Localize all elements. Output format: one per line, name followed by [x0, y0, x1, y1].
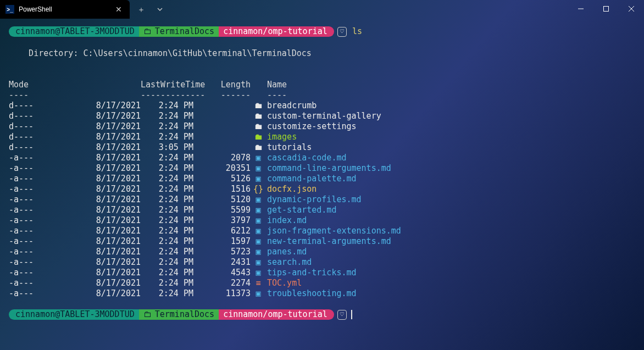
cell-date: 8/17/2021	[79, 101, 141, 111]
cell-date: 8/17/2021	[79, 236, 141, 247]
cell-name: new-terminal-arguments.md	[264, 236, 391, 247]
cell-mode: -a---	[9, 195, 79, 205]
prompt-user-host: cinnamon@TABLET-3MODDTUD	[9, 309, 139, 320]
file-icon: {}	[251, 184, 264, 195]
file-icon: ▣	[251, 153, 264, 163]
tab-actions: ＋	[130, 0, 168, 19]
file-icon: ▣	[251, 163, 264, 174]
minimize-button[interactable]	[568, 0, 593, 18]
cell-date: 8/17/2021	[79, 257, 141, 268]
window-controls	[568, 0, 644, 18]
cell-date: 8/17/2021	[79, 195, 141, 205]
cell-name: get-started.md	[264, 205, 336, 215]
cell-mode: -a---	[9, 268, 79, 278]
cell-time: 2:24 PM	[141, 205, 193, 215]
prompt-folder: 🗀TerminalDocs	[139, 26, 219, 37]
file-icon: ▣	[251, 268, 264, 278]
prompt-folder-label: TerminalDocs	[155, 309, 214, 320]
file-icon: 🖿	[251, 121, 264, 132]
prompt-folder-label: TerminalDocs	[155, 26, 214, 37]
listing-row: -a---8/17/20212:24 PM2078▣cascadia-code.…	[9, 153, 635, 163]
prompt-folder: 🗀TerminalDocs	[139, 309, 219, 320]
prompt-branch: cinnamon/omp-tutorial	[219, 26, 334, 37]
rule-lastwrite: -------------	[141, 90, 193, 101]
cell-date: 8/17/2021	[79, 132, 141, 142]
cell-length: 1597	[193, 236, 251, 247]
cell-mode: -a---	[9, 153, 79, 163]
file-icon: ≡	[251, 278, 264, 288]
hdr-mode: Mode	[9, 80, 79, 90]
cell-name: tutorials	[264, 142, 312, 153]
file-icon: ▣	[251, 247, 264, 257]
cell-length: 2274	[193, 278, 251, 288]
cell-length: 5599	[193, 205, 251, 215]
cell-name: customize-settings	[264, 121, 357, 132]
hdr-name: Name	[264, 80, 287, 90]
cell-date: 8/17/2021	[79, 121, 141, 132]
new-tab-button[interactable]: ＋	[133, 1, 149, 18]
cell-date: 8/17/2021	[79, 247, 141, 257]
cell-time: 2:24 PM	[141, 184, 193, 195]
file-icon: ▣	[251, 257, 264, 268]
cell-length: 5723	[193, 247, 251, 257]
listing-rows: d----8/17/20212:24 PM🖿breadcrumbd----8/1…	[9, 101, 635, 299]
listing-row: -a---8/17/20212:24 PM5599▣get-started.md	[9, 205, 635, 215]
cell-mode: -a---	[9, 278, 79, 288]
cell-date: 8/17/2021	[79, 142, 141, 153]
cell-name: command-line-arguments.md	[264, 163, 391, 174]
directory-header: Directory: C:\Users\cinnamon\GitHub\term…	[9, 48, 635, 59]
cell-time: 2:24 PM	[141, 268, 193, 278]
cell-name: json-fragment-extensions.md	[264, 226, 401, 236]
cell-date: 8/17/2021	[79, 288, 141, 299]
cell-length: 1516	[193, 184, 251, 195]
file-icon: 🖿	[251, 132, 264, 142]
cursor	[351, 310, 352, 319]
tab-dropdown-button[interactable]	[152, 1, 168, 18]
command-text: ls	[352, 26, 362, 37]
cell-date: 8/17/2021	[79, 111, 141, 121]
close-window-button[interactable]	[619, 0, 644, 18]
cell-mode: d----	[9, 111, 79, 121]
close-tab-button[interactable]: ✕	[113, 3, 124, 16]
cell-name: search.md	[264, 257, 312, 268]
cell-time: 2:24 PM	[141, 101, 193, 111]
listing-row: -a---8/17/20212:24 PM11373▣troubleshooti…	[9, 288, 635, 299]
cell-mode: -a---	[9, 226, 79, 236]
cell-time: 2:24 PM	[141, 215, 193, 226]
cell-length: 2431	[193, 257, 251, 268]
cell-length: 5120	[193, 195, 251, 205]
hdr-lastwrite: LastWriteTime	[141, 80, 193, 90]
cell-date: 8/17/2021	[79, 163, 141, 174]
listing-header: Mode LastWriteTime Length Name	[9, 80, 635, 90]
file-icon: 🖿	[251, 142, 264, 153]
listing-row: d----8/17/20212:24 PM🖿images	[9, 132, 635, 142]
cell-name: troubleshooting.md	[264, 288, 357, 299]
cell-time: 2:24 PM	[141, 174, 193, 184]
listing-row: -a---8/17/20212:24 PM5126▣command-palett…	[9, 174, 635, 184]
cell-date: 8/17/2021	[79, 215, 141, 226]
terminal-output[interactable]: cinnamon@TABLET-3MODDTUD 🗀TerminalDocs c…	[0, 20, 644, 325]
cell-time: 2:24 PM	[141, 132, 193, 142]
powershell-icon: >_	[5, 5, 14, 14]
cell-name: dynamic-profiles.md	[264, 195, 362, 205]
cell-name: panes.md	[264, 247, 307, 257]
file-icon: ▣	[251, 236, 264, 247]
cell-name: TOC.yml	[264, 278, 302, 288]
listing-row: -a---8/17/20212:24 PM6212▣json-fragment-…	[9, 226, 635, 236]
file-icon: ▣	[251, 226, 264, 236]
titlebar: >_ PowerShell ✕ ＋	[0, 0, 644, 20]
file-icon: 🖿	[251, 111, 264, 121]
tab-powershell[interactable]: >_ PowerShell ✕	[0, 0, 130, 19]
cell-name: command-palette.md	[264, 174, 357, 184]
cell-mode: -a---	[9, 205, 79, 215]
file-icon: ▣	[251, 215, 264, 226]
cell-time: 2:24 PM	[141, 226, 193, 236]
listing-row: d----8/17/20213:05 PM🖿tutorials	[9, 142, 635, 153]
listing-row: d----8/17/20212:24 PM🖿breadcrumb	[9, 101, 635, 111]
cell-time: 3:05 PM	[141, 142, 193, 153]
folder-icon: 🗀	[143, 309, 152, 320]
rule-name: ----	[264, 90, 287, 101]
maximize-button[interactable]	[593, 0, 619, 18]
listing-row: -a---8/17/20212:24 PM3797▣index.md	[9, 215, 635, 226]
cell-date: 8/17/2021	[79, 278, 141, 288]
